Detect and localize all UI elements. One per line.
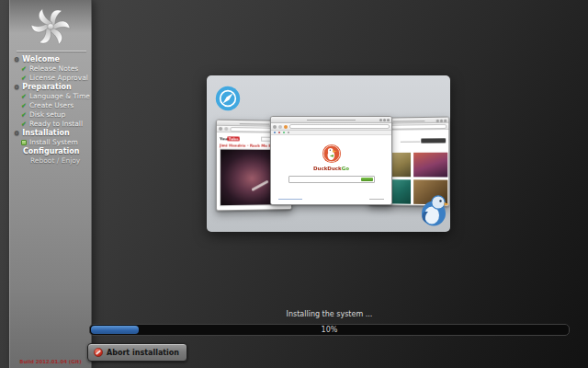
gear-icon: ⚙ [14, 83, 19, 92]
check-icon: ✔ [21, 64, 27, 74]
abort-stop-icon [94, 348, 103, 357]
step-section-welcome: ⚙ Welcome [9, 55, 92, 64]
duckduckgo-duck-logo [322, 144, 342, 164]
install-status-text: Installing the system ... [89, 310, 570, 318]
step-reboot-enjoy: Reboot / Enjoy [9, 156, 92, 166]
step-section-preparation: ⚙ Preparation [9, 83, 92, 92]
bird-mascot-icon [419, 193, 450, 226]
installer-window: ⚙ Welcome ✔ Release Notes ✔ License Appr… [0, 0, 588, 368]
duckduckgo-page: DuckDuckGo [271, 135, 391, 204]
photo-tile [413, 153, 447, 178]
forward-icon [224, 127, 228, 131]
build-version-label: Build 2012.01.04 (Git) [6, 359, 95, 364]
bookmark-icon [278, 132, 280, 133]
gear-icon: ⚙ [14, 55, 19, 64]
forward-icon [278, 125, 282, 129]
step-license-approval: ✔ License Approval [9, 74, 92, 83]
step-label: Disk setup [29, 110, 65, 120]
step-label: License Approval [29, 74, 88, 83]
step-section-configuration: Configuration [9, 147, 92, 156]
check-icon: ✔ [21, 74, 27, 83]
step-label: Install System [29, 138, 78, 147]
search-submit-button [361, 178, 373, 181]
step-label: Create Users [29, 101, 74, 110]
guitar-highlight [251, 179, 268, 190]
check-icon: ✔ [21, 120, 27, 129]
abort-installation-button[interactable]: Abort installation [87, 343, 187, 362]
step-label: Reboot / Enjoy [30, 156, 80, 166]
step-release-notes: ✔ Release Notes [9, 64, 92, 74]
footer-links-placeholder [278, 199, 302, 200]
step-section-label: Preparation [22, 83, 71, 92]
browser-window-duckduckgo: DuckDuckGo [270, 116, 392, 205]
slideshow-slide: YouTube Jimi Hendrix - Rock Me Baby (Liv… [207, 75, 450, 232]
url-field [289, 124, 390, 129]
window-titlebar [271, 117, 391, 123]
duckduckgo-wordmark: DuckDuckGo [298, 166, 364, 171]
installer-steps-list: ⚙ Welcome ✔ Release Notes ✔ License Appr… [9, 55, 92, 166]
current-step-icon [21, 140, 27, 145]
progress-bar: 10% [89, 324, 570, 336]
youtube-logo: YouTube [220, 136, 240, 141]
back-icon [273, 125, 277, 129]
sidebar: ⚙ Welcome ✔ Release Notes ✔ License Appr… [9, 0, 92, 368]
titlebar-text-placeholder [307, 120, 355, 121]
abort-button-label: Abort installation [107, 349, 179, 357]
bookmark-icon [288, 132, 289, 133]
step-label: Language & Time [29, 92, 90, 101]
step-install-system: Install System [9, 138, 92, 147]
web-browser-compass-icon [215, 86, 241, 111]
browser-toolbar [271, 123, 391, 131]
footer-links-placeholder [369, 199, 384, 200]
step-ready-to-install: ✔ Ready to Install [9, 120, 92, 129]
gear-icon: ⚙ [14, 129, 19, 138]
step-section-installation: ⚙ Installation [9, 129, 92, 138]
duckduckgo-search-field [288, 176, 375, 183]
distro-pinwheel-logo [29, 6, 72, 48]
step-section-label: Configuration [23, 147, 80, 156]
step-disk-setup: ✔ Disk setup [9, 110, 92, 120]
step-section-label: Installation [22, 129, 69, 138]
bookmark-icon [283, 132, 285, 133]
check-icon: ✔ [21, 92, 27, 101]
titlebar-text-placeholder [240, 123, 269, 125]
step-section-label: Welcome [22, 55, 60, 64]
back-icon [219, 127, 222, 131]
window-buttons [379, 119, 390, 121]
bookmark-icon [274, 132, 276, 133]
progress-percent-label: 10% [90, 325, 569, 336]
check-icon: ✔ [21, 101, 27, 110]
gallery-subtext-placeholder [401, 142, 420, 143]
step-label: Ready to Install [29, 120, 83, 129]
sidebar-divider [17, 51, 86, 52]
titlebar-text-placeholder [392, 121, 424, 122]
gallery-navbar [421, 138, 446, 143]
window-buttons [436, 120, 447, 122]
step-label: Release Notes [29, 64, 78, 74]
home-icon [284, 125, 288, 129]
check-icon: ✔ [21, 110, 27, 120]
step-create-users: ✔ Create Users [9, 101, 92, 110]
step-language-time: ✔ Language & Time [9, 92, 92, 101]
